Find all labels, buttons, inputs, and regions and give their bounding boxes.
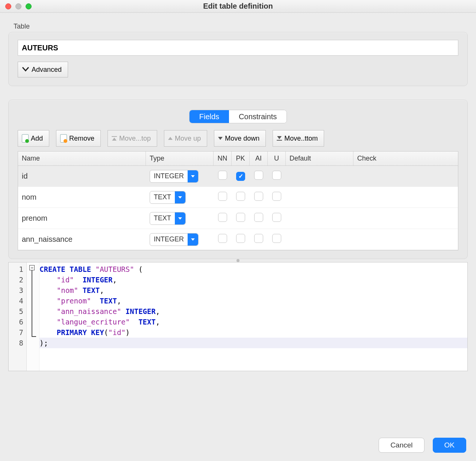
- dialog-footer: Cancel OK: [379, 438, 466, 453]
- type-value: TEXT: [150, 214, 175, 222]
- remove-document-icon: [60, 134, 67, 143]
- ai-checkbox[interactable]: [254, 213, 263, 222]
- pk-cell: [232, 213, 250, 224]
- dropdown-arrow-icon[interactable]: [175, 212, 185, 224]
- fields-panel: Fields Constraints Add Remove Move...top…: [8, 100, 468, 259]
- col-default[interactable]: Default: [286, 152, 353, 165]
- add-label: Add: [31, 135, 43, 143]
- u-checkbox[interactable]: [272, 213, 281, 222]
- ai-cell: [250, 234, 268, 245]
- line-gutter: 12345678: [9, 262, 27, 371]
- field-type-cell: TEXT: [146, 191, 214, 204]
- tab-fields[interactable]: Fields: [189, 110, 229, 123]
- field-type-cell: INTEGER: [146, 233, 214, 246]
- move-bottom-button[interactable]: Move..ttom: [273, 130, 324, 147]
- col-check[interactable]: Check: [353, 152, 458, 165]
- add-field-button[interactable]: Add: [18, 130, 49, 147]
- u-cell: [268, 234, 286, 245]
- add-document-icon: [22, 134, 29, 143]
- dropdown-arrow-icon[interactable]: [175, 191, 185, 203]
- type-select[interactable]: TEXT: [150, 212, 186, 225]
- move-up-button: Move up: [164, 130, 207, 147]
- col-u[interactable]: U: [268, 152, 286, 165]
- type-select[interactable]: INTEGER: [150, 233, 199, 246]
- pk-checkbox[interactable]: [236, 234, 245, 243]
- grid-header: Name Type NN PK AI U Default Check: [18, 152, 458, 166]
- field-row[interactable]: idINTEGER: [18, 166, 458, 187]
- move-down-label: Move down: [225, 135, 259, 143]
- col-nn[interactable]: NN: [214, 152, 232, 165]
- col-name[interactable]: Name: [18, 152, 146, 165]
- fields-constraints-tabs: Fields Constraints: [189, 110, 287, 123]
- u-cell: [268, 192, 286, 203]
- dropdown-arrow-icon[interactable]: [188, 234, 198, 246]
- nn-checkbox[interactable]: [218, 213, 227, 222]
- window-title: Edit table definition: [0, 2, 476, 11]
- titlebar: Edit table definition: [0, 0, 476, 13]
- col-type[interactable]: Type: [146, 152, 214, 165]
- move-up-label: Move up: [175, 135, 201, 143]
- nn-checkbox[interactable]: [218, 234, 227, 243]
- type-select[interactable]: INTEGER: [150, 170, 199, 183]
- u-cell: [268, 171, 286, 182]
- move-top-icon: [112, 136, 117, 141]
- table-name-input[interactable]: [18, 40, 458, 56]
- field-name-cell[interactable]: ann_naissance: [18, 235, 146, 244]
- field-name-cell[interactable]: nom: [18, 193, 146, 202]
- ai-checkbox[interactable]: [254, 192, 263, 201]
- fields-toolbar: Add Remove Move...top Move up Move down …: [18, 130, 458, 147]
- fold-toggle-icon[interactable]: −: [29, 265, 35, 270]
- u-checkbox[interactable]: [272, 171, 281, 180]
- col-pk[interactable]: PK: [232, 152, 250, 165]
- pk-cell: [232, 234, 250, 245]
- pk-checkbox[interactable]: [236, 192, 245, 201]
- move-top-label: Move...top: [119, 135, 151, 143]
- u-cell: [268, 213, 286, 224]
- ai-cell: [250, 192, 268, 203]
- ok-button[interactable]: OK: [433, 438, 466, 453]
- move-up-icon: [168, 137, 173, 140]
- tab-constraints[interactable]: Constraints: [229, 110, 287, 123]
- ai-cell: [250, 213, 268, 224]
- col-ai[interactable]: AI: [250, 152, 268, 165]
- chevron-down-icon: [22, 66, 29, 74]
- u-checkbox[interactable]: [272, 192, 281, 201]
- fold-column[interactable]: −: [27, 262, 39, 371]
- move-down-icon: [218, 137, 223, 140]
- pk-checkbox[interactable]: [236, 213, 245, 222]
- move-bottom-icon: [277, 136, 282, 141]
- remove-field-button[interactable]: Remove: [56, 130, 101, 147]
- field-name-cell[interactable]: id: [18, 172, 146, 180]
- field-row[interactable]: nomTEXT: [18, 187, 458, 208]
- ai-cell: [250, 171, 268, 182]
- advanced-toggle-button[interactable]: Advanced: [18, 62, 68, 77]
- ai-checkbox[interactable]: [254, 234, 263, 243]
- field-name-cell[interactable]: prenom: [18, 214, 146, 223]
- cancel-button[interactable]: Cancel: [379, 438, 424, 453]
- nn-checkbox[interactable]: [218, 192, 227, 201]
- ai-checkbox[interactable]: [254, 171, 263, 180]
- sql-editor[interactable]: 12345678 − CREATE TABLE "AUTEURS" ( "id"…: [8, 262, 468, 371]
- dropdown-arrow-icon[interactable]: [188, 170, 198, 182]
- type-value: INTEGER: [150, 172, 188, 180]
- nn-checkbox[interactable]: [218, 171, 227, 180]
- table-panel: Advanced: [8, 32, 468, 86]
- pk-cell: [232, 171, 250, 181]
- field-row[interactable]: ann_naissanceINTEGER: [18, 229, 458, 250]
- advanced-label: Advanced: [32, 66, 62, 74]
- nn-cell: [214, 213, 232, 224]
- type-select[interactable]: TEXT: [150, 191, 186, 204]
- move-bottom-label: Move..ttom: [284, 135, 318, 143]
- pk-cell: [232, 192, 250, 203]
- move-down-button[interactable]: Move down: [214, 130, 266, 147]
- u-checkbox[interactable]: [272, 234, 281, 243]
- nn-cell: [214, 171, 232, 182]
- pk-checkbox[interactable]: [236, 172, 245, 181]
- nn-cell: [214, 192, 232, 203]
- remove-label: Remove: [69, 135, 94, 143]
- nn-cell: [214, 234, 232, 245]
- field-row[interactable]: prenomTEXT: [18, 208, 458, 229]
- fields-grid: Name Type NN PK AI U Default Check idINT…: [18, 151, 458, 250]
- sql-code[interactable]: CREATE TABLE "AUTEURS" ( "id" INTEGER, "…: [39, 262, 467, 371]
- splitter[interactable]: [0, 259, 476, 262]
